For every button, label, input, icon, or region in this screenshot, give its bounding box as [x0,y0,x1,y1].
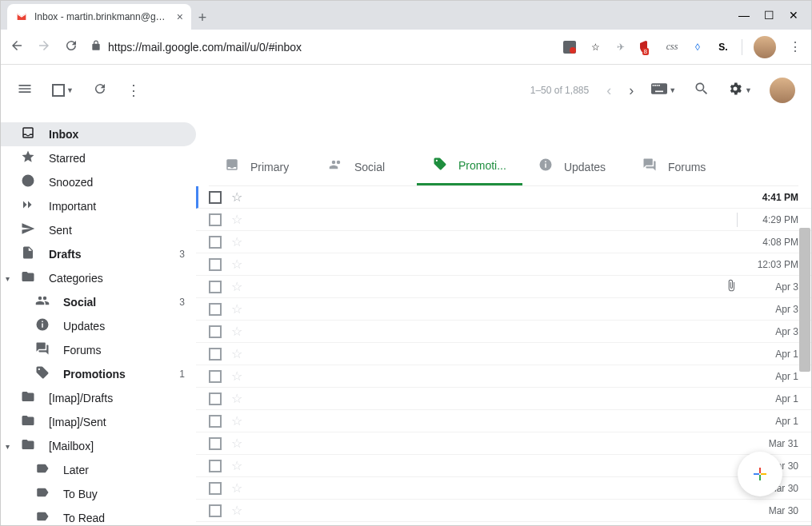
mail-row[interactable]: ☆4:29 PM [196,209,811,231]
sidebar-item--imap-drafts[interactable]: [Imap]/Drafts [1,386,196,410]
mail-checkbox[interactable] [209,460,222,472]
mail-row[interactable]: ☆Mar 30 [196,455,811,477]
prev-page-icon[interactable]: ‹ [606,82,611,99]
mail-checkbox[interactable] [209,258,222,271]
mail-checkbox[interactable] [209,325,222,338]
mail-row[interactable]: ☆Apr 3 [196,298,811,321]
input-tools[interactable]: ▼ [651,83,676,98]
star-icon[interactable]: ☆ [231,391,242,406]
settings-button[interactable]: ▼ [727,81,752,100]
star-icon[interactable]: ☆ [231,279,242,294]
profile-avatar[interactable] [754,36,776,58]
account-avatar[interactable] [770,78,795,103]
mail-row[interactable]: ☆4:41 PM [196,186,811,209]
tab-promoti[interactable]: Promoti... [417,148,522,185]
forward-icon[interactable] [36,38,52,56]
stylus-icon[interactable]: ◊ [690,40,705,54]
star-icon[interactable]: ☆ [231,212,242,227]
mail-row[interactable]: ☆Apr 1 [196,410,811,432]
mail-row[interactable]: ☆Apr 3 [196,276,811,298]
extension-icon[interactable]: S. [716,40,730,54]
sidebar-item-categories[interactable]: ▾Categories [1,266,196,290]
sidebar-item-promotions[interactable]: Promotions1 [1,362,196,386]
sidebar-item-to-read[interactable]: To Read [1,506,196,525]
extension-icon[interactable]: ✈ [614,40,628,54]
close-window-icon[interactable]: ✕ [789,9,798,22]
sidebar-item--mailbox-[interactable]: ▾[Mailbox] [1,434,196,458]
reload-icon[interactable] [63,38,79,56]
tab-social[interactable]: Social [313,148,417,185]
mail-row[interactable]: ☆Mar 30 [196,477,811,500]
sidebar-item-later[interactable]: Later [1,458,196,482]
mail-row[interactable]: ☆Apr 1 [196,388,811,410]
star-icon[interactable]: ☆ [231,480,242,496]
back-icon[interactable] [9,38,25,56]
star-icon[interactable]: ☆ [231,257,242,272]
mail-checkbox[interactable] [209,191,222,204]
mail-checkbox[interactable] [209,437,222,450]
mail-checkbox[interactable] [209,303,222,316]
star-icon[interactable]: ☆ [231,458,242,473]
star-icon[interactable]: ☆ [231,346,242,361]
select-all-checkbox[interactable]: ▼ [52,84,74,97]
mail-checkbox[interactable] [209,415,222,428]
mail-checkbox[interactable] [209,213,222,226]
star-icon[interactable]: ☆ [231,436,242,451]
sidebar-label: Drafts [49,248,166,261]
compose-button[interactable] [738,452,782,496]
star-icon[interactable]: ☆ [231,413,242,428]
css-icon[interactable]: css [665,40,679,54]
refresh-icon[interactable] [93,82,107,100]
hamburger-icon[interactable] [17,81,33,101]
sidebar-item-updates[interactable]: Updates [1,314,196,338]
sidebar-item--imap-sent[interactable]: [Imap]/Sent [1,410,196,434]
mail-row[interactable]: ☆Apr 1 [196,343,811,365]
sidebar-item-snoozed[interactable]: Snoozed [1,170,196,194]
maximize-icon[interactable]: ☐ [764,9,774,22]
mail-checkbox[interactable] [209,393,222,405]
new-tab-button[interactable]: + [191,10,214,30]
mail-row[interactable]: ☆12:03 PM [196,253,811,276]
sidebar-item-drafts[interactable]: Drafts3 [1,242,196,266]
mail-row[interactable]: ☆Mar 31 [196,432,811,455]
browser-tab[interactable]: Inbox - martin.brinkmann@goog × [7,4,191,30]
minimize-icon[interactable]: — [738,9,750,22]
star-icon[interactable]: ☆ [588,40,602,54]
star-icon[interactable]: ☆ [231,301,242,317]
star-icon[interactable]: ☆ [231,369,242,384]
tab-updates[interactable]: Updates [522,148,626,185]
sidebar-item-to-buy[interactable]: To Buy [1,482,196,506]
mail-checkbox[interactable] [209,370,222,383]
scrollbar[interactable] [799,228,810,372]
sidebar-item-sent[interactable]: Sent [1,218,196,242]
tab-primary[interactable]: Primary [209,148,313,185]
star-icon[interactable]: ☆ [231,189,242,205]
sidebar-item-social[interactable]: Social3 [1,290,196,314]
mail-checkbox[interactable] [209,348,222,361]
ublock-icon[interactable]: 8 [639,40,654,54]
star-icon[interactable]: ☆ [231,503,242,518]
mail-checkbox[interactable] [209,482,222,495]
sidebar-item-starred[interactable]: Starred [1,146,196,170]
extension-icon[interactable] [562,40,577,54]
search-icon[interactable] [694,81,710,101]
menu-icon[interactable]: ⋮ [787,39,803,54]
more-icon[interactable]: ⋮ [126,82,141,99]
next-page-icon[interactable]: › [629,82,634,99]
star-icon[interactable]: ☆ [231,324,242,339]
mail-row[interactable]: ☆4:08 PM [196,231,811,253]
url-field[interactable]: https://mail.google.com/mail/u/0/#inbox [90,40,551,54]
mail-row[interactable]: ☆Apr 1 [196,365,811,388]
sidebar-item-important[interactable]: Important [1,194,196,218]
sidebar-item-forums[interactable]: Forums [1,338,196,362]
mail-checkbox[interactable] [209,236,222,249]
mail-time: 12:03 PM [747,259,798,270]
mail-checkbox[interactable] [209,281,222,293]
mail-row[interactable]: ☆Mar 30 [196,500,811,522]
sidebar-item-inbox[interactable]: Inbox [1,122,196,146]
mail-row[interactable]: ☆Apr 3 [196,321,811,343]
tab-forums[interactable]: Forums [626,148,730,185]
tab-close-icon[interactable]: × [177,10,183,23]
mail-checkbox[interactable] [209,504,222,517]
star-icon[interactable]: ☆ [231,234,242,249]
